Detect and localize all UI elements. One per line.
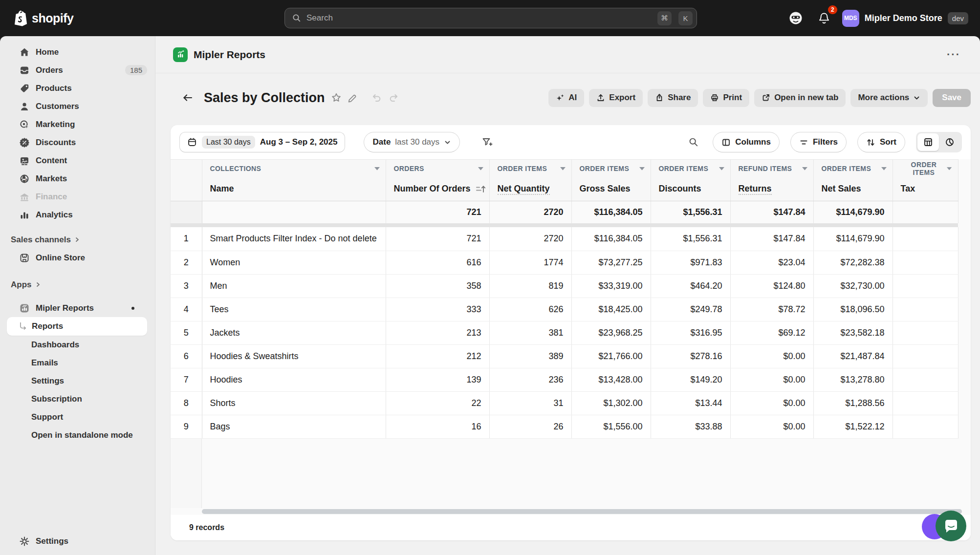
collection-name-cell[interactable]: Men — [202, 274, 386, 298]
table-row[interactable]: 4 Tees 333 626 $18,425.00 $249.78 $78.72… — [171, 298, 958, 321]
sidebar-item-online-store[interactable]: Online Store — [0, 249, 155, 267]
search-input[interactable] — [306, 13, 651, 23]
favorite-star-icon[interactable] — [328, 89, 345, 106]
group-refund-items[interactable]: REFUND ITEMS — [730, 160, 813, 177]
group-order-items-4[interactable]: ORDER ITEMS — [813, 160, 893, 177]
sidebar-item-home[interactable]: Home — [0, 43, 155, 61]
collection-name-cell[interactable]: Smart Products Filter Index - Do not del… — [202, 227, 386, 251]
column-net-sales[interactable]: Net Sales — [813, 177, 893, 201]
apps-header[interactable]: Apps — [0, 276, 155, 294]
sidebar-item-dashboards[interactable]: Dashboards — [0, 336, 155, 354]
sidebar-item-support[interactable]: Support — [0, 408, 155, 426]
edit-pencil-icon[interactable] — [345, 90, 361, 106]
collection-name-cell[interactable]: Shorts — [202, 391, 386, 415]
export-button-label: Export — [609, 93, 635, 103]
collection-name-cell[interactable]: Hoodies — [202, 368, 386, 391]
table-search-icon[interactable] — [685, 134, 702, 150]
sort-ascending-icon — [475, 185, 486, 193]
table-row[interactable]: 6 Hoodies & Sweatshirts 212 389 $21,766.… — [171, 344, 958, 368]
share-button[interactable]: Share — [648, 89, 698, 107]
table-row[interactable]: 1 Smart Products Filter Index - Do not d… — [171, 227, 958, 251]
table-view-toggle[interactable] — [917, 133, 939, 151]
table-row[interactable]: 9 Bags 16 26 $1,556.00 $33.88 $0.00 $1,5… — [171, 415, 958, 438]
scrollbar-thumb[interactable] — [202, 509, 962, 514]
filters-button[interactable]: Filters — [790, 132, 847, 152]
column-number-of-orders[interactable]: Number Of Orders — [386, 177, 489, 201]
sales-channels-header[interactable]: Sales channels — [0, 231, 155, 249]
sidebar-item-label: Customers — [36, 102, 79, 111]
chevron-down-icon — [913, 94, 920, 102]
sort-button[interactable]: Sort — [857, 132, 905, 152]
table-row[interactable]: 8 Shorts 22 31 $1,302.00 $13.44 $0.00 $1… — [171, 391, 958, 415]
date-dimension-dropdown[interactable]: Date last 30 days — [364, 132, 460, 152]
data-cell: $1,302.00 — [571, 391, 651, 415]
sidebar-item-markets[interactable]: $ Markets — [0, 170, 155, 188]
table-row[interactable]: 5 Jackets 213 381 $23,968.25 $316.95 $69… — [171, 321, 958, 344]
collection-name-cell[interactable]: Tees — [202, 298, 386, 321]
column-name[interactable]: Name — [202, 177, 386, 201]
collection-name-cell[interactable]: Jackets — [202, 321, 386, 344]
sidebar-item-customers[interactable]: Customers — [0, 97, 155, 115]
collection-name-cell[interactable]: Bags — [202, 415, 386, 438]
global-search[interactable]: ⌘ K — [284, 8, 697, 28]
sidebar: Home Orders 185 Products Customers Marke… — [0, 36, 155, 555]
column-discounts[interactable]: Discounts — [651, 177, 730, 201]
group-order-items-2[interactable]: ORDER ITEMS — [571, 160, 651, 177]
back-arrow-icon[interactable] — [179, 90, 196, 106]
totals-separator — [171, 223, 958, 227]
share-button-label: Share — [668, 93, 691, 103]
sidebar-item-emails[interactable]: Emails — [0, 354, 155, 372]
store-menu[interactable]: MDS Mipler Demo Store dev — [842, 10, 968, 27]
sidebar-item-analytics[interactable]: Analytics — [0, 206, 155, 224]
add-filter-icon[interactable] — [479, 134, 496, 150]
sidebar-item-settings[interactable]: Settings — [0, 532, 155, 550]
horizontal-scrollbar[interactable] — [171, 508, 971, 515]
column-gross-sales[interactable]: Gross Sales — [571, 177, 651, 201]
row-number: 6 — [171, 344, 202, 368]
image-icon — [19, 155, 30, 166]
ai-button[interactable]: AI — [548, 89, 584, 107]
sidebar-item-standalone-mode[interactable]: Open in standalone mode — [0, 426, 155, 444]
sidebar-item-mipler-reports[interactable]: Mipler Reports — [0, 299, 155, 317]
sidekick-assistant-icon[interactable] — [785, 8, 806, 28]
column-returns[interactable]: Returns — [730, 177, 813, 201]
sidebar-item-discounts[interactable]: Discounts — [0, 133, 155, 151]
collection-name-cell[interactable]: Women — [202, 251, 386, 274]
table-row[interactable]: 3 Men 358 819 $33,319.00 $464.20 $124.80… — [171, 274, 958, 298]
collection-name-cell[interactable]: Hoodies & Sweatshirts — [202, 344, 386, 368]
export-button[interactable]: Export — [589, 89, 643, 107]
sidebar-item-orders[interactable]: Orders 185 — [0, 61, 155, 79]
sidebar-item-products[interactable]: Products — [0, 79, 155, 97]
overflow-menu-icon[interactable]: ··· — [947, 48, 960, 61]
columns-button[interactable]: Columns — [713, 132, 780, 152]
data-cell: $73,277.25 — [571, 251, 651, 274]
sidebar-item-content[interactable]: Content — [0, 151, 155, 170]
data-cell: $464.20 — [651, 274, 730, 298]
sidebar-item-marketing[interactable]: Marketing — [0, 115, 155, 133]
sidebar-item-reports-active[interactable]: Reports — [7, 317, 147, 336]
column-tax[interactable]: Tax — [893, 177, 958, 201]
elbow-connector-icon — [18, 321, 28, 331]
notifications-button[interactable]: 2 — [815, 9, 833, 27]
table-row[interactable]: 2 Women 616 1774 $73,277.25 $971.83 $23.… — [171, 251, 958, 274]
chart-view-toggle[interactable] — [939, 133, 960, 151]
totals-row: 721 2720 $116,384.05 $1,556.31 $147.84 $… — [171, 201, 958, 223]
data-cell: $23,582.18 — [813, 321, 893, 344]
group-order-items-5[interactable]: ORDER ITEMS — [893, 160, 958, 177]
group-order-items-3[interactable]: ORDER ITEMS — [651, 160, 730, 177]
data-cell: $13,428.00 — [571, 368, 651, 391]
chat-launcher-button[interactable] — [936, 511, 966, 541]
date-range-button[interactable]: Last 30 days Aug 3 – Sep 2, 2025 — [179, 132, 345, 152]
group-orders[interactable]: ORDERS — [386, 160, 489, 177]
group-order-items-1[interactable]: ORDER ITEMS — [489, 160, 571, 177]
shopify-logo[interactable]: shopify — [0, 9, 73, 27]
print-button[interactable]: Print — [703, 89, 749, 107]
more-actions-button[interactable]: More actions — [850, 89, 928, 107]
table-row[interactable]: 7 Hoodies 139 236 $13,428.00 $149.20 $0.… — [171, 368, 958, 391]
column-net-quantity[interactable]: Net Quantity — [489, 177, 571, 201]
open-new-tab-button[interactable]: Open in new tab — [754, 89, 846, 107]
group-collections[interactable]: COLLECTIONS — [202, 160, 386, 177]
sidebar-item-app-settings[interactable]: Settings — [0, 372, 155, 390]
sidebar-item-subscription[interactable]: Subscription — [0, 390, 155, 408]
save-button[interactable]: Save — [933, 89, 971, 107]
